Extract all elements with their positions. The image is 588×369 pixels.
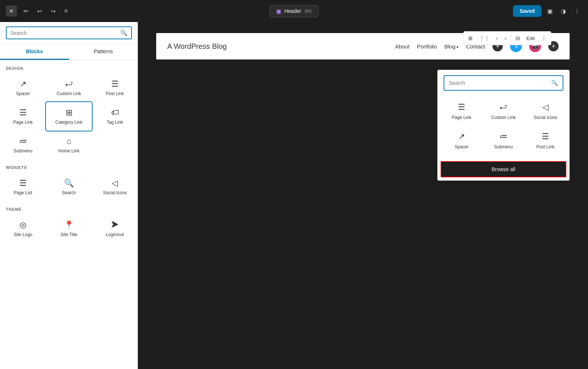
search-input[interactable] <box>10 30 117 36</box>
block-item-social-icons[interactable]: ◁ Social Icons <box>92 173 138 201</box>
spacer-label: Spacer <box>16 91 30 96</box>
theme-blocks-grid: ◎ Site Logo 📍 Site Title ⮞ Login/out <box>0 214 138 243</box>
shortcut-hint: ⌘K <box>304 8 312 14</box>
nav-item-portfolio[interactable]: Portfolio <box>417 43 437 50</box>
pencil-button[interactable]: ✏ <box>21 6 31 17</box>
redo-button[interactable]: ↪ <box>49 6 58 17</box>
block-item-home-link[interactable]: ⌂ Home Link <box>46 131 92 159</box>
social-icons-label: Social Icons <box>103 190 127 195</box>
inserter-search-input[interactable] <box>449 80 548 86</box>
ins-custom-link-label: Custom Link <box>491 115 516 120</box>
section-widgets-label: WIDGETS <box>0 159 138 173</box>
page-list-icon: ☰ <box>19 178 27 188</box>
block-item-spacer[interactable]: ↗ Spacer <box>0 73 46 102</box>
tab-patterns[interactable]: Patterns <box>69 44 138 60</box>
widgets-blocks-grid: ☰ Page List 🔍 Search ◁ Social Icons <box>0 173 138 201</box>
ins-post-link-icon: ☰ <box>542 132 549 141</box>
ins-block-submenu[interactable]: ≔ Submenu <box>483 127 524 155</box>
post-link-icon: ☰ <box>111 79 119 89</box>
contrast-button[interactable]: ◑ <box>559 6 568 17</box>
block-item-site-logo[interactable]: ◎ Site Logo <box>0 214 46 243</box>
header-icon: ▣ <box>276 8 282 15</box>
canvas-area: A WordPress Blog About Portfolio Blog Co… <box>138 22 588 369</box>
block-item-post-link[interactable]: ☰ Post Link <box>92 73 138 102</box>
toolbar-separator <box>511 34 511 43</box>
category-link-icon: ⊞ <box>66 108 72 117</box>
ins-block-social-icons[interactable]: ◁ Social Icons <box>525 97 566 125</box>
block-move-left-button[interactable]: ‹ <box>493 33 501 43</box>
top-toolbar: ✕ ✏ ↩ ↪ ≡ ▣ Header ⌘K Saved ▣ ◑ ⋮ <box>0 0 588 22</box>
block-item-page-link[interactable]: ☰ Page Link <box>0 102 46 131</box>
toolbar-center: ▣ Header ⌘K <box>270 5 319 17</box>
ins-social-icons-label: Social Icons <box>534 115 557 120</box>
nav-item-about[interactable]: About <box>395 43 409 50</box>
ins-block-post-link[interactable]: ☰ Post Link <box>525 127 566 155</box>
inserter-dropdown: 🔍 ☰ Page Link ⮐ Custom Link ◁ Social Ico… <box>437 70 570 181</box>
post-link-label: Post Link <box>106 91 124 96</box>
ins-submenu-label: Submenu <box>494 144 513 149</box>
ins-submenu-icon: ≔ <box>499 132 508 141</box>
tabs-row: Blocks Patterns <box>0 44 138 60</box>
block-item-site-title[interactable]: 📍 Site Title <box>46 214 92 243</box>
wp-header-preview: A WordPress Blog About Portfolio Blog Co… <box>156 33 570 59</box>
block-item-page-list[interactable]: ☰ Page List <box>0 173 46 201</box>
block-move-right-button[interactable]: › <box>502 33 509 43</box>
inserter-search-wrap: 🔍 <box>444 75 563 91</box>
saved-button[interactable]: Saved <box>513 5 541 17</box>
category-link-label: Category Link <box>55 120 82 125</box>
main-layout: 🔍 Blocks Patterns DESIGN ↗ Spacer ⮐ Cust… <box>0 22 588 369</box>
tag-link-label: Tag Link <box>107 120 123 125</box>
block-edit-button[interactable]: Edit <box>524 33 538 43</box>
ins-block-custom-link[interactable]: ⮐ Custom Link <box>483 97 524 125</box>
login-out-icon: ⮞ <box>111 220 119 230</box>
ins-page-link-icon: ☰ <box>458 102 465 112</box>
section-theme-label: THEME <box>0 201 138 214</box>
block-item-tag-link[interactable]: 🏷 Tag Link <box>92 102 138 131</box>
site-title-label: Site Title <box>60 232 77 237</box>
ins-spacer-label: Spacer <box>455 144 469 149</box>
toolbar-left: ✕ ✏ ↩ ↪ ≡ <box>6 6 70 17</box>
block-item-category-link[interactable]: ⊞ Category Link <box>46 102 92 131</box>
nav-item-blog[interactable]: Blog <box>444 43 459 50</box>
tab-blocks[interactable]: Blocks <box>0 44 69 60</box>
block-transform-button[interactable]: ⊞ <box>465 33 476 43</box>
search-block-icon: 🔍 <box>64 178 74 188</box>
search-icon-button[interactable]: 🔍 <box>120 29 128 36</box>
undo-button[interactable]: ↩ <box>35 6 44 17</box>
home-link-label: Home Link <box>58 148 79 153</box>
page-link-icon: ☰ <box>19 108 27 117</box>
site-title: A WordPress Blog <box>167 42 227 51</box>
ins-spacer-icon: ↗ <box>458 132 465 141</box>
search-bar: 🔍 <box>0 22 138 44</box>
block-drag-button[interactable]: ⋮⋮ <box>476 33 492 43</box>
list-view-button[interactable]: ≡ <box>62 6 70 17</box>
block-more-button[interactable]: ⋮ <box>538 33 549 43</box>
close-button[interactable]: ✕ <box>6 6 17 17</box>
block-item-login-out[interactable]: ⮞ Login/out <box>92 214 138 243</box>
custom-link-icon: ⮐ <box>65 79 73 89</box>
section-design-label: DESIGN <box>0 60 138 73</box>
design-blocks-grid: ↗ Spacer ⮐ Custom Link ☰ Post Link ☰ Pag… <box>0 73 138 159</box>
social-icons-icon: ◁ <box>112 178 118 188</box>
ins-post-link-label: Post Link <box>536 144 554 149</box>
block-toolbar: ⊞ ⋮⋮ ‹ › ⊟ Edit ⋮ <box>463 31 551 45</box>
custom-link-label: Custom Link <box>57 91 81 96</box>
site-logo-label: Site Logo <box>14 232 32 237</box>
toolbar-right: Saved ▣ ◑ ⋮ <box>513 5 582 17</box>
inserter-blocks-grid: ☰ Page Link ⮐ Custom Link ◁ Social Icons… <box>438 94 569 158</box>
block-item-search[interactable]: 🔍 Search <box>46 173 92 201</box>
browse-all-button[interactable]: Browse all <box>441 161 566 177</box>
ins-block-spacer[interactable]: ↗ Spacer <box>441 127 482 155</box>
sidebar-panel: 🔍 Blocks Patterns DESIGN ↗ Spacer ⮐ Cust… <box>0 22 138 369</box>
more-options-button[interactable]: ⋮ <box>572 6 582 17</box>
spacer-icon: ↗ <box>20 79 26 89</box>
ins-social-icons-icon: ◁ <box>542 102 549 112</box>
block-item-custom-link[interactable]: ⮐ Custom Link <box>46 73 92 102</box>
block-item-submenu[interactable]: ≔ Submenu <box>0 131 46 159</box>
header-title-button[interactable]: ▣ Header ⌘K <box>270 5 319 17</box>
layout-button[interactable]: ▣ <box>545 6 555 17</box>
ins-block-page-link[interactable]: ☰ Page Link <box>441 97 482 125</box>
home-link-icon: ⌂ <box>67 137 71 146</box>
block-align-button[interactable]: ⊟ <box>513 33 523 43</box>
site-logo-icon: ◎ <box>19 220 26 230</box>
